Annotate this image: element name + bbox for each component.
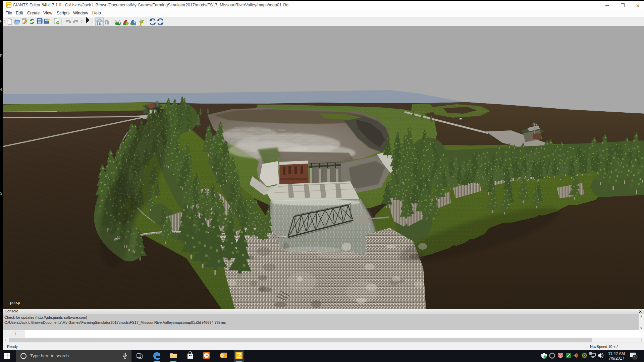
svg-text:1: 1 <box>634 355 636 359</box>
svg-text:SC: SC <box>559 354 562 356</box>
